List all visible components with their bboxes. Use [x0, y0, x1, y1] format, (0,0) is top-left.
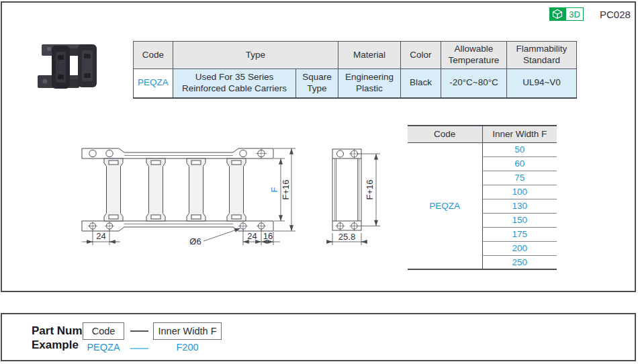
- dim-side-width: 25.8: [338, 232, 355, 242]
- spec-material: Engineering Plastic: [338, 69, 401, 98]
- spec-header-allowable-temperature: Allowable Temperature: [441, 42, 507, 69]
- product-photo: [35, 40, 112, 97]
- dim-end-offset: 16: [263, 231, 273, 241]
- spec-table: Code Type Material Color Allowable Tempe…: [133, 41, 577, 99]
- spec-type-main: Used For 35 Series Reinforced Cable Carr…: [173, 69, 296, 98]
- width-table-code[interactable]: PEQZA: [408, 142, 482, 269]
- spec-code-value[interactable]: PEQZA: [134, 69, 173, 98]
- width-row: PEQZA 50: [408, 142, 557, 156]
- example-dash: [130, 330, 148, 332]
- dim-outer-width: F+16: [281, 180, 291, 200]
- spec-header-type: Type: [173, 42, 338, 69]
- cube-3d-icon: [549, 7, 565, 21]
- spec-header-code: Code: [134, 42, 173, 69]
- drawing-top-view: 24 Ø6 24 16 F F+16: [77, 142, 299, 250]
- width-option-100[interactable]: 100: [482, 185, 557, 199]
- width-table-header-code: Code: [408, 126, 482, 142]
- 3d-badge-label: 3D: [565, 7, 584, 21]
- example-width-value: F200: [153, 342, 222, 353]
- width-table-header-width: Inner Width F: [482, 126, 557, 142]
- dim-side-outer-width: F+16: [365, 180, 375, 200]
- spec-color: Black: [401, 69, 441, 98]
- width-option-50[interactable]: 50: [482, 142, 557, 156]
- spec-header-material: Material: [338, 42, 401, 69]
- width-option-130[interactable]: 130: [482, 199, 557, 213]
- inner-width-table: Code Inner Width F PEQZA 50 60 75 100 13…: [408, 125, 557, 270]
- page-code: PC028: [600, 9, 631, 20]
- width-option-60[interactable]: 60: [482, 156, 557, 171]
- 3d-model-badge[interactable]: 3D: [549, 7, 584, 21]
- catalog-page: 3D PC028 Code T: [0, 0, 638, 364]
- drawing-side-view: F+16 25.8: [326, 142, 403, 250]
- width-option-250[interactable]: 250: [482, 255, 557, 269]
- top-view-outline: [82, 148, 273, 231]
- width-option-150[interactable]: 150: [482, 213, 557, 227]
- example-width-box: Inner Width F: [153, 322, 222, 340]
- dim-pitch-left: 24: [96, 231, 105, 241]
- dim-pitch-right: 24: [247, 231, 257, 241]
- width-option-175[interactable]: 175: [482, 227, 557, 241]
- spec-allowable-temperature: -20°C~80°C: [441, 69, 507, 98]
- spec-type-sub: Square Type: [296, 69, 338, 98]
- spec-header-flammability-standard: Flammability Standard: [507, 42, 577, 69]
- dim-inner-width-f: F: [269, 187, 279, 192]
- width-table-header-row: Code Inner Width F: [408, 126, 557, 142]
- example-code-value: PEQZA: [83, 342, 124, 353]
- width-option-75[interactable]: 75: [482, 171, 557, 185]
- cable-carrier-photo: [38, 44, 97, 89]
- spec-header-row: Code Type Material Color Allowable Tempe…: [134, 42, 577, 69]
- side-view-outline: [332, 149, 361, 230]
- dim-hole-dia: Ø6: [189, 236, 201, 246]
- spec-header-color: Color: [401, 42, 441, 69]
- example-code-box: Code: [83, 322, 124, 340]
- spec-flammability-standard: UL94~V0: [507, 69, 577, 98]
- width-option-200[interactable]: 200: [482, 241, 557, 255]
- spec-data-row: PEQZA Used For 35 Series Reinforced Cabl…: [134, 69, 577, 98]
- example-dash-blue: [130, 348, 148, 349]
